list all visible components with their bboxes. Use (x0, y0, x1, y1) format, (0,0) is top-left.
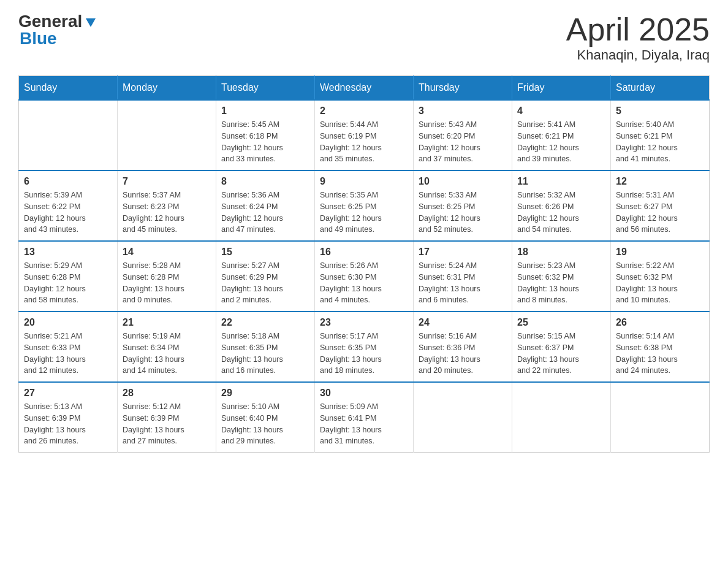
day-number: 28 (123, 388, 211, 399)
calendar-week-row: 20Sunrise: 5:21 AMSunset: 6:33 PMDayligh… (19, 312, 710, 382)
calendar-cell: 5Sunrise: 5:40 AMSunset: 6:21 PMDaylight… (611, 100, 710, 170)
calendar-cell: 4Sunrise: 5:41 AMSunset: 6:21 PMDaylight… (512, 100, 611, 170)
calendar-cell: 26Sunrise: 5:14 AMSunset: 6:38 PMDayligh… (611, 312, 710, 382)
page-header: General Blue April 2025 Khanaqin, Diyala… (18, 12, 710, 63)
day-info: Sunrise: 5:28 AMSunset: 6:28 PMDaylight:… (123, 260, 211, 306)
logo: General Blue (18, 12, 97, 47)
day-info: Sunrise: 5:21 AMSunset: 6:33 PMDaylight:… (24, 331, 112, 377)
day-info: Sunrise: 5:24 AMSunset: 6:31 PMDaylight:… (419, 260, 507, 306)
day-number: 18 (517, 247, 605, 258)
day-number: 24 (419, 317, 507, 328)
day-info: Sunrise: 5:44 AMSunset: 6:19 PMDaylight:… (320, 119, 408, 165)
calendar-cell: 8Sunrise: 5:36 AMSunset: 6:24 PMDaylight… (216, 170, 315, 241)
day-info: Sunrise: 5:15 AMSunset: 6:37 PMDaylight:… (517, 331, 605, 377)
day-info: Sunrise: 5:36 AMSunset: 6:24 PMDaylight:… (221, 190, 309, 236)
calendar-cell: 7Sunrise: 5:37 AMSunset: 6:23 PMDaylight… (118, 170, 216, 241)
day-info: Sunrise: 5:13 AMSunset: 6:39 PMDaylight:… (24, 401, 112, 447)
logo-general-text: General (18, 13, 82, 30)
calendar-week-row: 1Sunrise: 5:45 AMSunset: 6:18 PMDaylight… (19, 100, 710, 170)
day-info: Sunrise: 5:39 AMSunset: 6:22 PMDaylight:… (24, 190, 112, 236)
logo-triangle-icon (85, 16, 97, 28)
calendar-cell (512, 382, 611, 453)
title-section: April 2025 Khanaqin, Diyala, Iraq (566, 12, 710, 63)
calendar-week-row: 13Sunrise: 5:29 AMSunset: 6:28 PMDayligh… (19, 241, 710, 312)
day-info: Sunrise: 5:45 AMSunset: 6:18 PMDaylight:… (221, 119, 309, 165)
day-number: 1 (221, 105, 309, 117)
calendar-cell: 13Sunrise: 5:29 AMSunset: 6:28 PMDayligh… (19, 241, 118, 312)
day-info: Sunrise: 5:26 AMSunset: 6:30 PMDaylight:… (320, 260, 408, 306)
calendar-cell: 18Sunrise: 5:23 AMSunset: 6:32 PMDayligh… (512, 241, 611, 312)
day-info: Sunrise: 5:16 AMSunset: 6:36 PMDaylight:… (419, 331, 507, 377)
day-info: Sunrise: 5:27 AMSunset: 6:29 PMDaylight:… (221, 260, 309, 306)
day-number: 13 (24, 247, 112, 258)
calendar-week-row: 6Sunrise: 5:39 AMSunset: 6:22 PMDaylight… (19, 170, 710, 241)
day-info: Sunrise: 5:33 AMSunset: 6:25 PMDaylight:… (419, 190, 507, 236)
calendar-cell: 21Sunrise: 5:19 AMSunset: 6:34 PMDayligh… (118, 312, 216, 382)
day-number: 5 (616, 105, 704, 117)
calendar-cell: 12Sunrise: 5:31 AMSunset: 6:27 PMDayligh… (611, 170, 710, 241)
day-number: 30 (320, 388, 408, 399)
day-info: Sunrise: 5:17 AMSunset: 6:35 PMDaylight:… (320, 331, 408, 377)
day-number: 11 (517, 176, 605, 187)
calendar-cell: 23Sunrise: 5:17 AMSunset: 6:35 PMDayligh… (315, 312, 414, 382)
calendar-cell (414, 382, 512, 453)
calendar-cell: 29Sunrise: 5:10 AMSunset: 6:40 PMDayligh… (216, 382, 315, 453)
day-number: 16 (320, 247, 408, 258)
calendar-cell: 19Sunrise: 5:22 AMSunset: 6:32 PMDayligh… (611, 241, 710, 312)
day-info: Sunrise: 5:29 AMSunset: 6:28 PMDaylight:… (24, 260, 112, 306)
day-number: 29 (221, 388, 309, 399)
header-cell-tuesday: Tuesday (216, 76, 315, 101)
day-info: Sunrise: 5:14 AMSunset: 6:38 PMDaylight:… (616, 331, 704, 377)
day-number: 26 (616, 317, 704, 328)
calendar-cell (118, 100, 216, 170)
header-cell-sunday: Sunday (19, 76, 118, 101)
calendar-cell: 9Sunrise: 5:35 AMSunset: 6:25 PMDaylight… (315, 170, 414, 241)
calendar-cell (611, 382, 710, 453)
day-number: 4 (517, 105, 605, 117)
day-number: 19 (616, 247, 704, 258)
calendar-cell: 3Sunrise: 5:43 AMSunset: 6:20 PMDaylight… (414, 100, 512, 170)
calendar-cell: 30Sunrise: 5:09 AMSunset: 6:41 PMDayligh… (315, 382, 414, 453)
logo-blue-text: Blue (20, 30, 97, 47)
day-number: 3 (419, 105, 507, 117)
svg-marker-0 (86, 18, 96, 27)
day-number: 27 (24, 388, 112, 399)
calendar-cell: 14Sunrise: 5:28 AMSunset: 6:28 PMDayligh… (118, 241, 216, 312)
calendar-cell: 10Sunrise: 5:33 AMSunset: 6:25 PMDayligh… (414, 170, 512, 241)
day-number: 8 (221, 176, 309, 187)
calendar-cell: 22Sunrise: 5:18 AMSunset: 6:35 PMDayligh… (216, 312, 315, 382)
month-title: April 2025 (566, 12, 710, 47)
calendar-cell (19, 100, 118, 170)
day-number: 6 (24, 176, 112, 187)
calendar-header: SundayMondayTuesdayWednesdayThursdayFrid… (19, 76, 710, 101)
day-info: Sunrise: 5:12 AMSunset: 6:39 PMDaylight:… (123, 401, 211, 447)
day-number: 10 (419, 176, 507, 187)
location-title: Khanaqin, Diyala, Iraq (566, 47, 710, 63)
calendar-cell: 1Sunrise: 5:45 AMSunset: 6:18 PMDaylight… (216, 100, 315, 170)
day-number: 7 (123, 176, 211, 187)
calendar-cell: 2Sunrise: 5:44 AMSunset: 6:19 PMDaylight… (315, 100, 414, 170)
calendar-cell: 25Sunrise: 5:15 AMSunset: 6:37 PMDayligh… (512, 312, 611, 382)
header-row: SundayMondayTuesdayWednesdayThursdayFrid… (19, 76, 710, 101)
day-info: Sunrise: 5:10 AMSunset: 6:40 PMDaylight:… (221, 401, 309, 447)
day-info: Sunrise: 5:31 AMSunset: 6:27 PMDaylight:… (616, 190, 704, 236)
day-info: Sunrise: 5:18 AMSunset: 6:35 PMDaylight:… (221, 331, 309, 377)
day-number: 25 (517, 317, 605, 328)
calendar-cell: 15Sunrise: 5:27 AMSunset: 6:29 PMDayligh… (216, 241, 315, 312)
day-info: Sunrise: 5:40 AMSunset: 6:21 PMDaylight:… (616, 119, 704, 165)
day-number: 2 (320, 105, 408, 117)
calendar-cell: 20Sunrise: 5:21 AMSunset: 6:33 PMDayligh… (19, 312, 118, 382)
day-number: 14 (123, 247, 211, 258)
calendar-table: SundayMondayTuesdayWednesdayThursdayFrid… (18, 75, 710, 453)
day-info: Sunrise: 5:41 AMSunset: 6:21 PMDaylight:… (517, 119, 605, 165)
day-info: Sunrise: 5:22 AMSunset: 6:32 PMDaylight:… (616, 260, 704, 306)
day-number: 21 (123, 317, 211, 328)
day-number: 9 (320, 176, 408, 187)
header-cell-wednesday: Wednesday (315, 76, 414, 101)
day-number: 22 (221, 317, 309, 328)
calendar-body: 1Sunrise: 5:45 AMSunset: 6:18 PMDaylight… (19, 100, 710, 453)
day-number: 23 (320, 317, 408, 328)
calendar-week-row: 27Sunrise: 5:13 AMSunset: 6:39 PMDayligh… (19, 382, 710, 453)
day-info: Sunrise: 5:19 AMSunset: 6:34 PMDaylight:… (123, 331, 211, 377)
day-number: 20 (24, 317, 112, 328)
